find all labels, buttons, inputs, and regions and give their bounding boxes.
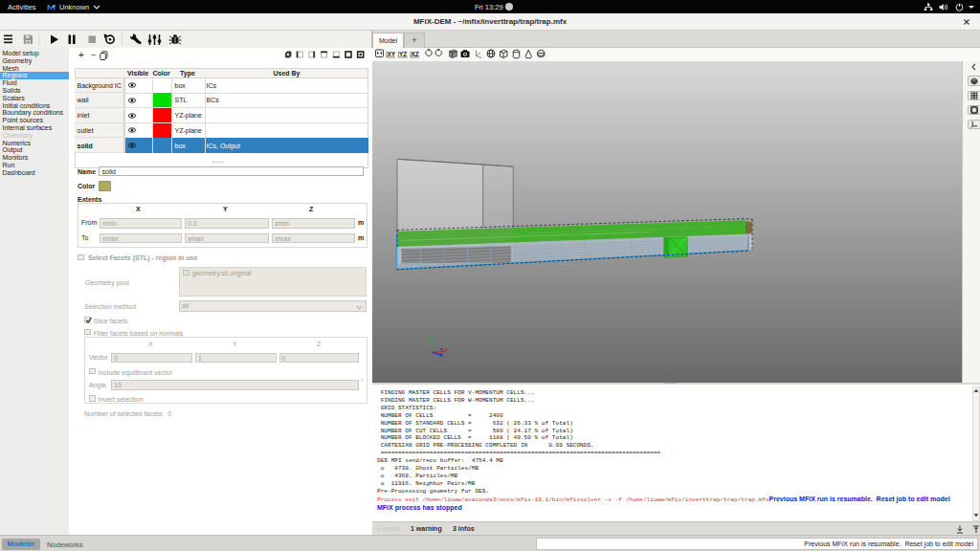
svg-text:YZ: YZ <box>399 51 407 57</box>
svg-text:y: y <box>434 333 436 338</box>
svg-text:XY: XY <box>388 51 396 57</box>
svg-text:x: x <box>445 346 448 352</box>
svg-text:XZ: XZ <box>412 51 419 57</box>
